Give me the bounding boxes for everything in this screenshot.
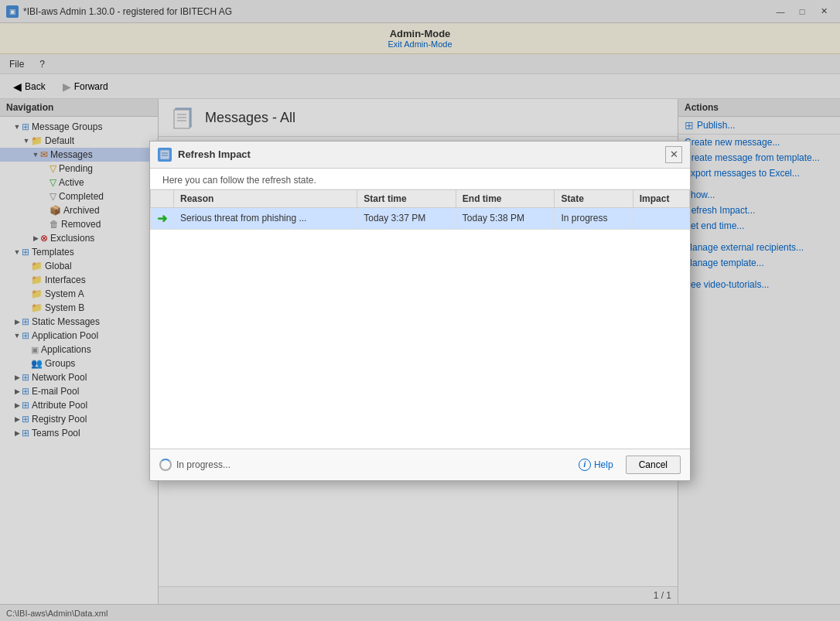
help-label: Help xyxy=(594,459,613,470)
refresh-impact-dialog: Refresh Impact ✕ Here you can follow the… xyxy=(149,141,691,481)
row-reason: Serious threat from phishing ... xyxy=(174,207,357,229)
col-reason: Reason xyxy=(174,189,357,207)
row-arrow-cell: ➜ xyxy=(151,207,174,229)
help-icon: i xyxy=(579,459,591,471)
modal-body: Reason Start time End time State Impact … xyxy=(150,189,690,449)
modal-titlebar: Refresh Impact ✕ xyxy=(150,142,690,169)
col-end-time: End time xyxy=(456,189,555,207)
row-arrow-icon: ➜ xyxy=(157,211,167,226)
modal-subtitle: Here you can follow the refresh state. xyxy=(150,169,690,189)
col-impact: Impact xyxy=(633,189,689,207)
modal-icon xyxy=(158,148,172,162)
col-arrow xyxy=(151,189,174,207)
table-row[interactable]: ➜ Serious threat from phishing ... Today… xyxy=(151,207,690,229)
cancel-button[interactable]: Cancel xyxy=(626,456,681,474)
modal-title-text: Refresh Impact xyxy=(178,148,251,160)
row-start-time: Today 3:37 PM xyxy=(357,207,456,229)
row-state: In progress xyxy=(555,207,633,229)
modal-close-button[interactable]: ✕ xyxy=(665,146,682,163)
progress-spinner xyxy=(159,459,172,471)
row-end-time: Today 5:38 PM xyxy=(456,207,555,229)
row-impact xyxy=(633,207,689,229)
modal-title-left: Refresh Impact xyxy=(158,148,251,162)
status-text: In progress... xyxy=(176,459,230,470)
col-state: State xyxy=(555,189,633,207)
modal-status: In progress... xyxy=(159,459,230,471)
refresh-table: Reason Start time End time State Impact … xyxy=(150,189,690,230)
modal-footer: In progress... i Help Cancel xyxy=(150,449,690,480)
help-link[interactable]: i Help xyxy=(579,459,613,471)
svg-rect-5 xyxy=(160,150,169,159)
col-start-time: Start time xyxy=(357,189,456,207)
modal-footer-right: i Help Cancel xyxy=(579,456,681,474)
modal-overlay: Refresh Impact ✕ Here you can follow the… xyxy=(0,0,840,621)
modal-footer-left: In progress... xyxy=(159,459,230,471)
